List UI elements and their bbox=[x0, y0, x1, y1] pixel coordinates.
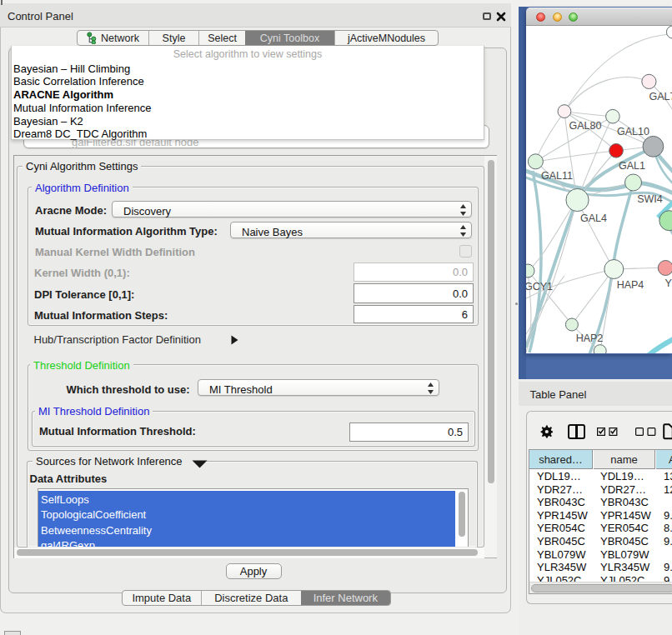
svg-text:GAL1: GAL1 bbox=[619, 160, 645, 172]
svg-text:HAP2: HAP2 bbox=[576, 332, 604, 344]
svg-text:SWI4: SWI4 bbox=[637, 193, 663, 205]
svg-text:GAL11: GAL11 bbox=[541, 170, 573, 182]
svg-text:GAL80: GAL80 bbox=[569, 120, 602, 132]
svg-text:GCY1: GCY1 bbox=[526, 281, 553, 292]
svg-text:Y: Y bbox=[665, 278, 672, 289]
svg-text:HAP4: HAP4 bbox=[617, 279, 644, 291]
svg-text:GAL4: GAL4 bbox=[580, 212, 607, 224]
svg-text:GAL7: GAL7 bbox=[649, 91, 672, 102]
svg-text:GAL10: GAL10 bbox=[617, 126, 649, 138]
